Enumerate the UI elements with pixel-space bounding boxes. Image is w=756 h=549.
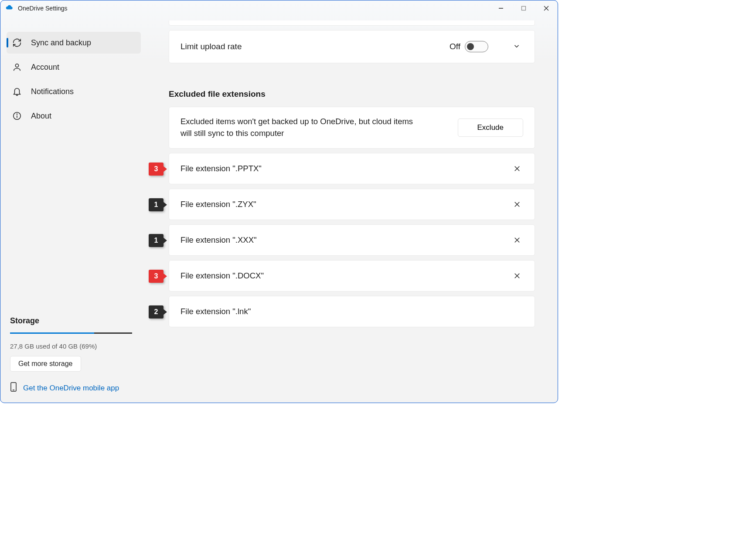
extension-label: File extension ".DOCX"	[180, 271, 264, 281]
nav-list: Sync and backup Account Notifications	[7, 32, 141, 127]
nav-account[interactable]: Account	[7, 56, 141, 78]
chevron-down-icon	[513, 44, 521, 51]
person-icon	[12, 62, 22, 72]
nav-label: Notifications	[31, 87, 74, 96]
excluded-heading: Excluded file extensions	[169, 89, 535, 99]
window-controls	[490, 0, 558, 16]
remove-extension-button[interactable]	[513, 164, 521, 173]
annotation-badge: 3	[149, 163, 163, 176]
annotation-badge: 1	[149, 198, 163, 211]
storage-usage-text: 27,8 GB used of 40 GB (69%)	[10, 342, 136, 350]
excluded-extension-row: File extension ".ZYX"	[169, 189, 535, 220]
extension-label: File extension ".ZYX"	[180, 200, 256, 209]
card-above-partial	[169, 20, 535, 26]
toggle-knob	[467, 43, 474, 50]
get-more-storage-button[interactable]: Get more storage	[10, 356, 81, 372]
nav-label: Sync and backup	[31, 38, 91, 47]
annotation-badge: 3	[149, 270, 163, 283]
upload-rate-card: Limit upload rate Off	[169, 30, 535, 63]
storage-progress-fill	[10, 332, 94, 334]
svg-point-4	[15, 64, 18, 67]
onedrive-cloud-icon	[6, 4, 14, 12]
mobile-link-text: Get the OneDrive mobile app	[23, 384, 119, 393]
mobile-app-link[interactable]: Get the OneDrive mobile app	[10, 382, 136, 394]
nav-sync-and-backup[interactable]: Sync and backup	[7, 32, 141, 54]
storage-heading: Storage	[10, 316, 136, 325]
expand-upload-rate[interactable]	[497, 42, 523, 51]
excluded-extension-row: File extension ".PPTX"	[169, 153, 535, 184]
settings-window: OneDrive Settings Sync and backup	[0, 0, 558, 403]
upload-rate-label: Limit upload rate	[180, 42, 242, 51]
excluded-list: File extension ".PPTX"File extension ".Z…	[169, 153, 535, 327]
nav-label: About	[31, 112, 51, 121]
content-pane: Limit upload rate Off Excluded	[141, 16, 558, 403]
exclude-button[interactable]: Exclude	[458, 119, 523, 137]
annotation-badge: 2	[149, 305, 163, 319]
nav-label: Account	[31, 63, 59, 72]
close-button[interactable]	[535, 0, 558, 16]
remove-extension-button[interactable]	[513, 200, 521, 209]
storage-section: Storage 27,8 GB used of 40 GB (69%) Get …	[7, 316, 141, 403]
upload-rate-toggle[interactable]	[465, 41, 488, 52]
remove-extension-button[interactable]	[513, 271, 521, 280]
extension-label: File extension ".lnk"	[180, 307, 251, 316]
annotation-badge: 1	[149, 234, 163, 247]
nav-notifications[interactable]: Notifications	[7, 81, 141, 102]
sidebar: Sync and backup Account Notifications	[0, 16, 141, 403]
maximize-button[interactable]	[512, 0, 535, 16]
svg-rect-1	[522, 7, 526, 10]
storage-progress-bar	[10, 332, 132, 334]
minimize-button[interactable]	[490, 0, 512, 16]
title-bar: OneDrive Settings	[0, 0, 558, 16]
excluded-extension-row: File extension ".DOCX"	[169, 260, 535, 291]
phone-icon	[10, 382, 17, 394]
sync-icon	[12, 37, 22, 48]
exclude-info-card: Excluded items won't get backed up to On…	[169, 107, 535, 149]
extension-label: File extension ".XXX"	[180, 235, 257, 245]
excluded-extension-row: File extension ".lnk"	[169, 296, 535, 327]
nav-about[interactable]: About	[7, 105, 141, 127]
exclude-description: Excluded items won't get backed up to On…	[180, 116, 425, 139]
svg-point-7	[17, 114, 17, 114]
excluded-extension-row: File extension ".XXX"	[169, 224, 535, 256]
upload-rate-state: Off	[450, 42, 460, 51]
extension-label: File extension ".PPTX"	[180, 164, 262, 173]
bell-icon	[12, 86, 22, 97]
info-icon	[12, 111, 22, 121]
window-title: OneDrive Settings	[18, 5, 68, 12]
remove-extension-button[interactable]	[513, 236, 521, 244]
